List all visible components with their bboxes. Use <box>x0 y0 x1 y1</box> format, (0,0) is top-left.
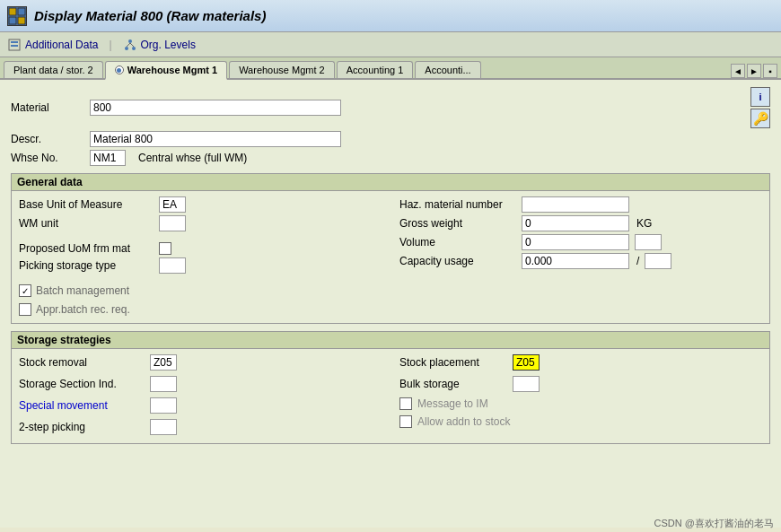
svg-line-11 <box>130 43 134 47</box>
proposed-uom-row: Proposed UoM frm mat <box>19 242 382 255</box>
volume-row: Volume <box>399 234 762 250</box>
tab-warehouse-mgmt2-label: Warehouse Mgmt 2 <box>239 65 325 75</box>
tab-plant-data-label: Plant data / stor. 2 <box>13 65 93 75</box>
material-input[interactable] <box>90 100 341 116</box>
svg-point-7 <box>128 39 132 43</box>
general-data-section: General data Base Unit of Measure WM uni… <box>11 173 770 324</box>
svg-line-10 <box>127 43 130 47</box>
whse-label: Whse No. <box>11 152 83 164</box>
two-step-row: 2-step picking <box>19 419 382 435</box>
header-fields: Material i 🔑 Descr. Whse No. Central whs… <box>11 87 770 166</box>
wm-unit-input[interactable] <box>159 215 186 231</box>
allow-addn-label: Allow addn to stock <box>417 415 510 428</box>
additional-data-button[interactable]: Additional Data <box>7 38 98 52</box>
tab-radio-icon <box>115 65 124 74</box>
volume-label: Volume <box>399 236 516 249</box>
storage-section-row: Storage Section Ind. <box>19 376 382 392</box>
whse-input[interactable] <box>90 150 126 166</box>
tab-plant-data[interactable]: Plant data / stor. 2 <box>4 61 103 78</box>
tab-menu-button[interactable]: ▪ <box>763 64 777 78</box>
volume-input[interactable] <box>522 234 629 250</box>
left-column: Base Unit of Measure WM unit Proposed Uo… <box>19 196 382 318</box>
capacity-unit-input[interactable] <box>645 253 671 269</box>
special-movement-input[interactable] <box>150 397 177 414</box>
wm-unit-label: WM unit <box>19 217 154 230</box>
gross-weight-row: Gross weight KG <box>399 215 762 231</box>
capacity-input[interactable] <box>522 253 629 269</box>
base-uom-row: Base Unit of Measure <box>19 196 382 213</box>
main-content: Material i 🔑 Descr. Whse No. Central whs… <box>0 80 781 528</box>
watermark: CSDN @喜欢打酱油的老马 <box>654 517 774 530</box>
material-row: Material i 🔑 <box>11 87 770 128</box>
haz-material-input[interactable] <box>522 196 629 213</box>
stock-removal-label: Stock removal <box>19 356 145 369</box>
storage-strategies-title: Storage strategies <box>12 332 769 349</box>
additional-data-icon <box>7 38 22 52</box>
base-uom-label: Base Unit of Measure <box>19 198 154 211</box>
storage-strategies-content: Stock removal Storage Section Ind. Speci… <box>12 349 769 443</box>
storage-section-input[interactable] <box>150 376 177 392</box>
appr-batch-row: Appr.batch rec. req. <box>19 303 382 316</box>
org-levels-label: Org. Levels <box>141 39 196 51</box>
message-to-label: Message to IM <box>417 397 488 410</box>
general-data-content: Base Unit of Measure WM unit Proposed Uo… <box>12 191 769 323</box>
allow-addn-checkbox[interactable] <box>399 415 412 428</box>
descr-row: Descr. <box>11 131 770 147</box>
two-step-input[interactable] <box>150 419 177 435</box>
gross-weight-input[interactable] <box>522 215 629 231</box>
bulk-storage-row: Bulk storage <box>399 376 762 392</box>
svg-point-8 <box>125 47 128 50</box>
tab-accounting2[interactable]: Accounti... <box>415 61 480 78</box>
tab-warehouse-mgmt2[interactable]: Warehouse Mgmt 2 <box>229 61 335 78</box>
appr-batch-checkbox[interactable] <box>19 303 31 316</box>
org-levels-button[interactable]: Org. Levels <box>123 38 196 52</box>
org-levels-icon <box>123 38 137 52</box>
bulk-storage-input[interactable] <box>513 376 540 392</box>
stock-placement-row: Stock placement <box>399 354 762 371</box>
general-data-columns: Base Unit of Measure WM unit Proposed Uo… <box>19 196 762 318</box>
proposed-uom-label: Proposed UoM frm mat <box>19 242 154 255</box>
capacity-label: Capacity usage <box>399 255 516 267</box>
stock-placement-input[interactable] <box>513 354 540 371</box>
svg-rect-1 <box>18 8 25 15</box>
picking-storage-row: Picking storage type <box>19 257 382 274</box>
batch-mgmt-label: Batch management <box>36 284 129 297</box>
storage-left-column: Stock removal Storage Section Ind. Speci… <box>19 354 382 438</box>
gross-weight-unit: KG <box>636 217 652 230</box>
message-to-checkbox[interactable] <box>399 397 412 410</box>
tab-warehouse-mgmt1-label: Warehouse Mgmt 1 <box>127 65 217 75</box>
base-uom-input[interactable] <box>159 196 186 213</box>
storage-columns: Stock removal Storage Section Ind. Speci… <box>19 354 762 438</box>
stock-placement-label: Stock placement <box>399 356 507 369</box>
svg-point-9 <box>132 47 136 50</box>
special-movement-row: Special movement <box>19 397 382 414</box>
tab-warehouse-mgmt1[interactable]: Warehouse Mgmt 1 <box>105 61 227 80</box>
proposed-uom-checkbox[interactable] <box>159 242 171 255</box>
tab-next-button[interactable]: ► <box>747 64 761 78</box>
key-button[interactable]: 🔑 <box>750 109 770 128</box>
stock-removal-row: Stock removal <box>19 354 382 371</box>
svg-rect-3 <box>18 17 25 24</box>
general-data-title: General data <box>12 174 769 191</box>
tab-accounting1[interactable]: Accounting 1 <box>337 61 414 78</box>
storage-strategies-section: Storage strategies Stock removal Storage… <box>11 331 770 444</box>
window-title: Display Material 800 (Raw materials) <box>34 8 266 23</box>
allow-addn-row: Allow addn to stock <box>399 415 762 428</box>
svg-rect-6 <box>11 45 18 47</box>
descr-input[interactable] <box>90 131 341 147</box>
picking-storage-input[interactable] <box>159 257 186 274</box>
info-button[interactable]: i <box>750 87 770 107</box>
haz-material-label: Haz. material number <box>399 198 516 211</box>
batch-mgmt-checkbox[interactable] <box>19 284 31 297</box>
right-column: Haz. material number Gross weight KG Vol… <box>399 196 762 318</box>
special-movement-label: Special movement <box>19 399 145 412</box>
material-label: Material <box>11 101 83 114</box>
capacity-slash: / <box>636 255 639 267</box>
bulk-storage-label: Bulk storage <box>399 378 507 390</box>
stock-removal-input[interactable] <box>150 354 177 371</box>
volume-unit-input[interactable] <box>635 234 662 250</box>
wm-unit-row: WM unit <box>19 215 382 231</box>
tab-accounting2-label: Accounti... <box>425 65 470 75</box>
info-buttons: i 🔑 <box>750 87 770 128</box>
tab-prev-button[interactable]: ◄ <box>731 64 745 78</box>
